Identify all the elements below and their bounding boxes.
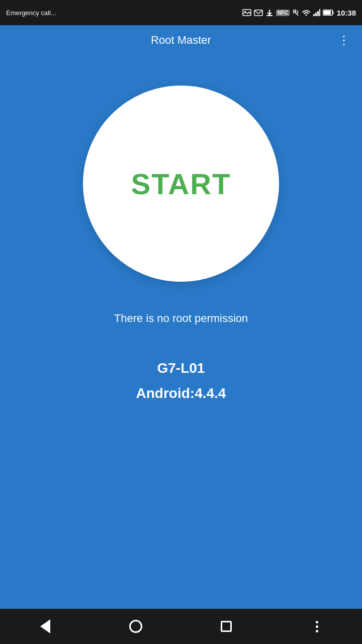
back-icon: [40, 619, 50, 633]
status-bar: Emergency call... NFC: [0, 0, 362, 25]
svg-rect-5: [313, 14, 315, 16]
overflow-menu-button[interactable]: ⋮: [334, 30, 354, 50]
svg-rect-10: [332, 12, 333, 14]
signal-icon: [313, 9, 320, 16]
device-info: G7-L01 Android:4.4.4: [136, 360, 226, 401]
image-icon: [242, 9, 251, 16]
status-message: There is no root permission: [104, 312, 258, 325]
svg-rect-11: [324, 11, 331, 15]
svg-rect-7: [317, 11, 319, 16]
nav-recent-button[interactable]: [214, 614, 239, 639]
nav-back-button[interactable]: [33, 614, 58, 639]
home-icon: [129, 620, 142, 633]
status-right-area: NFC: [242, 9, 356, 17]
svg-rect-2: [254, 10, 262, 16]
recent-icon: [221, 621, 232, 632]
mute-icon: [292, 9, 299, 17]
nav-home-button[interactable]: [123, 614, 148, 639]
status-icons: NFC: [242, 9, 334, 17]
main-content: START There is no root permission G7-L01…: [0, 55, 362, 609]
nfc-icon: NFC: [276, 10, 290, 16]
email-icon: [254, 10, 263, 16]
svg-rect-8: [319, 9, 320, 16]
app-title: Root Master: [28, 34, 334, 47]
start-label: START: [131, 167, 231, 201]
device-model: G7-L01: [136, 360, 226, 376]
status-emergency-text: Emergency call...: [6, 9, 56, 17]
nav-bar: [0, 609, 362, 644]
android-version: Android:4.4.4: [136, 385, 226, 401]
nav-more-button[interactable]: [304, 614, 329, 639]
battery-icon: [323, 10, 334, 16]
download-icon: [265, 9, 274, 17]
more-icon: [316, 621, 318, 632]
status-time: 10:38: [337, 9, 356, 17]
wifi-icon: [302, 9, 311, 16]
app-bar: Root Master ⋮: [0, 25, 362, 55]
svg-rect-6: [315, 13, 317, 16]
start-button[interactable]: START: [83, 86, 279, 282]
